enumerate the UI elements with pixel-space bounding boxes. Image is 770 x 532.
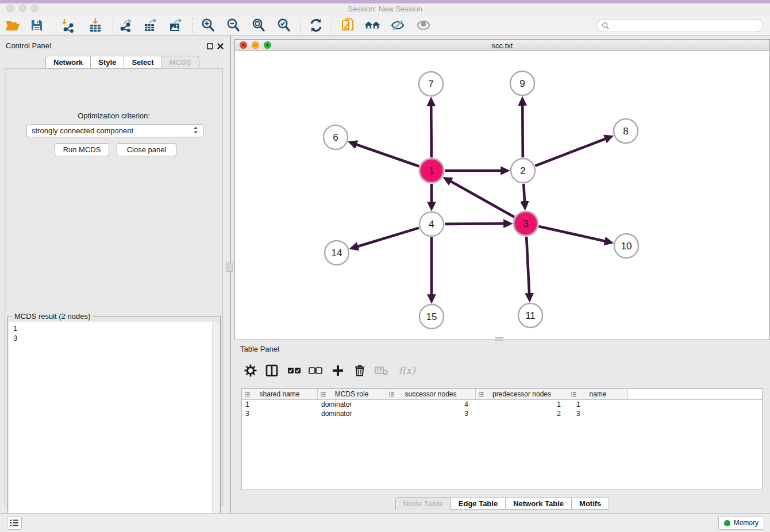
session-title: Session: New Session [0,5,770,13]
edge-2-3[interactable] [523,184,525,202]
tab-node-table[interactable]: Node Table [395,497,451,510]
toolbar-separator [301,18,301,33]
edge-4-14[interactable] [357,228,419,246]
node-label-11: 11 [525,310,536,321]
network-title: scc.txt [235,41,769,50]
column-header-name[interactable]: name [568,389,628,399]
save-session-icon[interactable] [29,17,45,33]
function-builder-icon: f(x) [396,363,417,378]
table-cell[interactable]: dominator [318,400,386,409]
node-label-14: 14 [332,248,342,259]
column-header-successor-nodes[interactable]: successor nodes [386,389,476,399]
select-spinner-icon [193,126,198,136]
node-label-15: 15 [426,311,437,322]
node-label-8: 8 [623,126,628,137]
export-network-icon[interactable] [117,17,133,33]
close-panel-button[interactable]: Close panel [117,143,176,156]
zoom-out-icon[interactable] [225,17,241,33]
splitter-grip[interactable] [226,263,233,272]
export-image-icon[interactable] [168,17,184,33]
table-cell[interactable]: 3 [568,409,628,418]
import-network-icon[interactable] [60,17,76,33]
node-label-7: 7 [428,79,433,90]
memory-button[interactable]: Memory [718,516,764,530]
edge-2-8[interactable] [535,139,605,166]
edge-3-10[interactable] [538,226,605,241]
result-scrollbar[interactable] [212,322,220,532]
tab-edge-table[interactable]: Edge Table [451,497,506,510]
tab-network-table[interactable]: Network Table [505,497,572,510]
delete-column-trash-icon[interactable] [352,363,367,378]
table-cell[interactable]: 3 [386,409,476,418]
edge-1-6[interactable] [356,144,419,166]
horizontal-splitter-grip[interactable] [495,337,503,341]
network-canvas[interactable]: 7968124314101511 [235,51,769,340]
optimization-criterion-label: Optimization criterion: [5,111,222,120]
mcds-tab-content: Optimization criterion: strongly connect… [5,68,223,506]
edge-3-1[interactable] [451,182,514,217]
export-table-icon[interactable] [143,17,159,33]
toolbar-separator [332,18,332,33]
application-window: Session: New Session [0,0,770,532]
edge-3-11[interactable] [526,237,529,294]
column-browser-icon[interactable] [264,363,279,378]
node-label-6: 6 [333,132,338,143]
column-header-MCDS-role[interactable]: MCDS role [318,389,386,399]
node-table[interactable]: shared nameMCDS rolesuccessor nodesprede… [241,388,763,490]
network-window-titlebar[interactable]: scc.txt [235,40,769,51]
apply-layout-icon[interactable] [308,17,324,33]
table-cell[interactable]: 1 [568,400,628,409]
memory-label: Memory [734,519,759,527]
tab-network[interactable]: Network [45,56,91,68]
memory-status-icon [724,520,730,526]
criterion-select[interactable]: strongly connected component [26,124,203,137]
zoom-fit-icon[interactable] [251,17,267,33]
table-panel: Table Panel f(x) s [234,342,770,511]
column-header-predecessor-nodes[interactable]: predecessor nodes [476,389,568,399]
table-cell[interactable]: 1 [242,400,318,409]
clone-network-icon[interactable] [340,17,356,33]
table-panel-title: Table Panel [240,345,279,353]
search-input[interactable] [596,19,763,32]
hide-annotations-icon[interactable] [390,17,406,33]
mcds-result-title: MCDS result (2 nodes) [12,312,93,321]
deselect-all-icon[interactable] [308,363,323,378]
node-label-3: 3 [523,218,528,229]
mcds-result-area[interactable]: 13 [9,322,220,532]
table-row[interactable]: 3dominator323 [242,409,762,418]
table-cell[interactable]: 4 [386,400,476,409]
node-label-10: 10 [621,241,632,252]
show-all-networks-icon[interactable] [364,17,380,33]
tab-mcds[interactable]: MCDS [161,56,199,68]
task-history-button[interactable] [7,516,22,530]
table-options-gear-icon[interactable] [243,363,258,378]
import-table-icon[interactable] [87,17,103,33]
result-line: 3 [9,333,220,343]
panel-splitter[interactable] [230,36,231,513]
table-cell[interactable]: 3 [242,409,318,418]
criterion-value: strongly connected component [32,126,133,135]
float-panel-icon[interactable] [206,43,214,50]
table-cell[interactable]: 1 [476,400,568,409]
select-all-icon[interactable] [287,363,302,378]
network-view-window: scc.txt 7968124314101511 [234,39,770,340]
close-panel-icon[interactable] [217,43,224,50]
table-row[interactable]: 1dominator411 [242,400,762,409]
add-column-icon[interactable] [330,363,345,378]
open-session-icon[interactable] [5,17,21,33]
table-cell[interactable]: dominator [318,409,386,418]
run-mcds-button[interactable]: Run MCDS [55,143,109,156]
edge-4-3[interactable] [445,223,504,224]
table-cell[interactable]: 2 [476,409,568,418]
zoom-selected-icon[interactable] [276,17,292,33]
tab-motifs[interactable]: Motifs [571,497,609,510]
column-header-shared-name[interactable]: shared name [242,389,318,399]
zoom-in-icon[interactable] [200,17,216,33]
edge-1-7[interactable] [431,106,432,157]
toolbar-separator [113,18,113,33]
tab-style[interactable]: Style [90,56,124,68]
edge-2-9[interactable] [522,105,523,157]
birds-eye-view-icon[interactable] [415,17,432,33]
tab-select[interactable]: Select [124,56,161,68]
control-panel: Control Panel NetworkStyleSelectMCDS Opt… [0,36,230,513]
